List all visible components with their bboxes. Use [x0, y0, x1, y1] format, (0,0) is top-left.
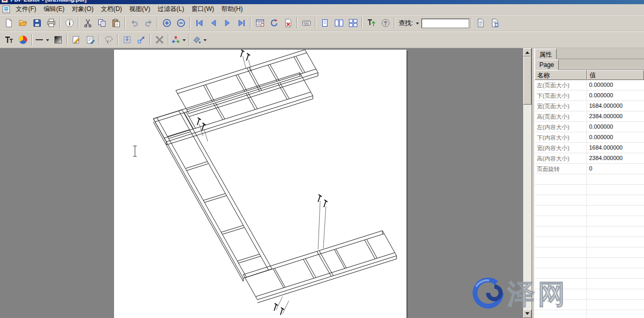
toolbar-separator: [78, 17, 79, 29]
menu-window[interactable]: 窗口(W): [188, 4, 218, 15]
property-row[interactable]: 左(内容大小)0.000000: [535, 122, 644, 132]
tools-wrench-button[interactable]: [152, 33, 166, 47]
line-style-icon: [35, 35, 44, 44]
edit-object-button[interactable]: [69, 33, 83, 47]
save-button[interactable]: [30, 16, 44, 30]
scrollbar-track[interactable]: [523, 56, 532, 310]
menu-document[interactable]: 文档(D): [97, 4, 126, 15]
two-page-view-button[interactable]: [332, 16, 346, 30]
tab-page[interactable]: Page: [535, 60, 559, 70]
property-value[interactable]: 2384.000000: [587, 111, 644, 121]
tab-properties[interactable]: 属性: [535, 49, 557, 59]
new-button[interactable]: [2, 16, 16, 30]
info-button[interactable]: [62, 16, 76, 30]
property-value[interactable]: 0.000000: [587, 122, 644, 132]
copy-button[interactable]: [95, 16, 109, 30]
scrollbar-thumb[interactable]: [523, 56, 532, 105]
page-table-button[interactable]: [253, 16, 267, 30]
column-header-name[interactable]: 名称: [535, 70, 587, 80]
rotate-page-button[interactable]: [267, 16, 281, 30]
property-row[interactable]: 下(内容大小)0.000000: [535, 132, 644, 143]
menu-view[interactable]: 视图(V): [126, 4, 154, 15]
fill-bucket-dropdown[interactable]: [202, 33, 208, 47]
transform-grid-button[interactable]: [120, 33, 134, 47]
zoom-out-button[interactable]: [174, 16, 188, 30]
first-page-button[interactable]: [192, 16, 206, 30]
toolbar-separator: [189, 17, 190, 29]
property-value[interactable]: 0.000000: [587, 132, 644, 142]
zoom-out-icon: [176, 18, 186, 28]
prev-page-button[interactable]: [206, 16, 220, 30]
property-row[interactable]: 页面旋转0: [535, 164, 644, 174]
find-input[interactable]: [421, 18, 469, 28]
menu-object[interactable]: 对象(O): [68, 4, 97, 15]
document-canvas[interactable]: [0, 48, 523, 318]
toolbar-separator: [315, 17, 316, 29]
property-value[interactable]: 1684.000000: [587, 101, 644, 111]
zoom-in-icon: [162, 18, 172, 28]
toolbar-separator: [168, 34, 169, 46]
keyboard-button[interactable]: [299, 16, 313, 30]
toolbar-separator: [60, 17, 61, 29]
find-history-dropdown[interactable]: [414, 16, 421, 30]
property-name: 高(页面大小): [535, 111, 587, 121]
one-page-view-button[interactable]: [318, 16, 332, 30]
menu-filters[interactable]: 过滤器(L): [154, 4, 188, 15]
property-row[interactable]: 宽(页面大小)1684.000000: [535, 101, 644, 111]
menu-help[interactable]: 帮助(H): [218, 4, 246, 15]
color-wheel-button[interactable]: [16, 33, 30, 47]
menu-edit[interactable]: 编辑(E): [40, 4, 68, 15]
fill-gradient-button[interactable]: [51, 33, 65, 47]
transform-arrow-button[interactable]: [134, 33, 148, 47]
property-value[interactable]: 0: [587, 164, 644, 174]
property-row[interactable]: 下(页面大小)0.000000: [535, 90, 644, 101]
property-row[interactable]: 左(页面大小)0.000000: [535, 80, 644, 90]
line-style-dropdown[interactable]: [44, 33, 51, 47]
text-export-button[interactable]: [364, 16, 378, 30]
toolbar-separator: [31, 34, 32, 46]
property-row[interactable]: 宽(内容大小)1684.000000: [535, 143, 644, 153]
scroll-up-button[interactable]: [523, 48, 532, 56]
print-button[interactable]: [44, 16, 58, 30]
property-row[interactable]: 高(内容大小)2384.000000: [535, 153, 644, 164]
last-page-button[interactable]: [234, 16, 248, 30]
zoom-in-button[interactable]: [160, 16, 174, 30]
doc-report-button[interactable]: [488, 16, 502, 30]
cut-button[interactable]: [81, 16, 95, 30]
color-swatches-button[interactable]: [171, 33, 181, 47]
upload-button[interactable]: [378, 16, 392, 30]
redo-button[interactable]: [141, 16, 155, 30]
next-page-button[interactable]: [220, 16, 234, 30]
color-swatches-dropdown[interactable]: [181, 33, 187, 47]
document-menu-icon[interactable]: [3, 6, 10, 13]
paste-button[interactable]: [109, 16, 123, 30]
arrow-up-icon: [525, 49, 529, 54]
doc-text-button[interactable]: [473, 16, 488, 30]
vertical-scrollbar[interactable]: [523, 48, 532, 318]
undo-button[interactable]: [127, 16, 141, 30]
property-value[interactable]: 1684.000000: [587, 143, 644, 153]
add-text-icon: [4, 35, 14, 44]
line-style-button[interactable]: [34, 33, 44, 47]
menu-file[interactable]: 文件(F): [12, 4, 40, 15]
chevron-down-icon: [183, 39, 186, 43]
add-text-button[interactable]: [2, 33, 16, 47]
property-value[interactable]: 0.000000: [587, 80, 644, 90]
property-value[interactable]: 0.000000: [587, 90, 644, 100]
edit-text-icon: [86, 35, 95, 44]
properties-empty-rows: [535, 174, 644, 318]
four-page-view-button[interactable]: [346, 16, 360, 30]
property-value[interactable]: 2384.000000: [587, 153, 644, 163]
property-row[interactable]: 高(页面大小)2384.000000: [535, 111, 644, 122]
open-button[interactable]: [16, 16, 30, 30]
fill-bucket-button[interactable]: [191, 33, 202, 47]
paste-icon: [111, 18, 121, 28]
column-header-value[interactable]: 值: [587, 70, 644, 80]
edit-text-button[interactable]: [83, 33, 97, 47]
lasso-button[interactable]: [101, 33, 116, 47]
color-swatches-icon: [171, 35, 180, 44]
delete-page-button[interactable]: [281, 16, 295, 30]
pdf-page[interactable]: [114, 50, 406, 318]
two-page-icon: [334, 18, 344, 28]
scroll-down-button[interactable]: [523, 310, 532, 318]
